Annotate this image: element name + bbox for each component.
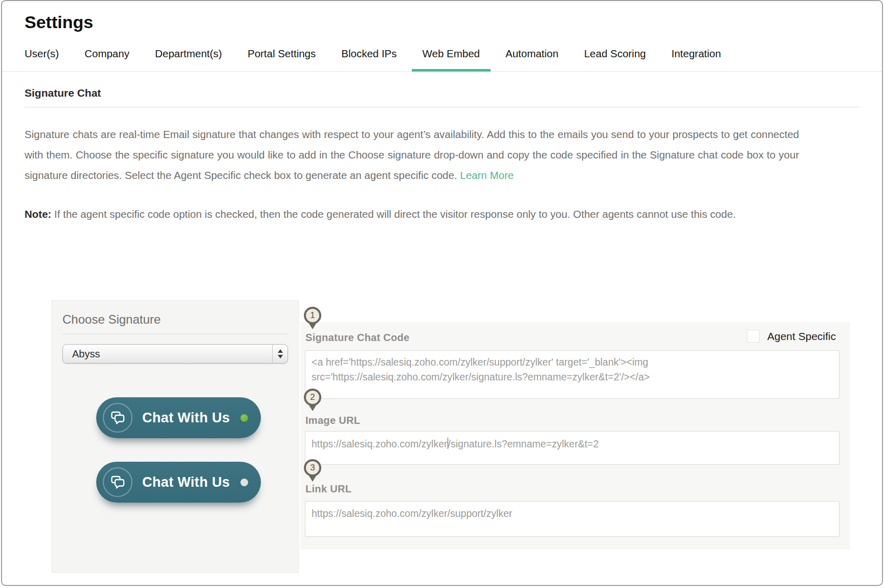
tab-portal-settings[interactable]: Portal Settings [248,47,316,71]
link-url-label: Link URL [305,483,351,495]
arrow-up-icon [278,349,283,353]
tab-users[interactable]: User(s) [25,47,59,71]
tab-departments[interactable]: Department(s) [155,47,222,71]
tab-blocked-ips[interactable]: Blocked IPs [341,47,396,71]
panel-divider [62,334,288,334]
description-text: Signature chats are real-time Email sign… [25,124,799,186]
chat-bubbles-icon [103,403,132,433]
image-url-value-pre: https://salesiq.zoho.com/zylker [312,438,448,449]
tab-lead-scoring[interactable]: Lead Scoring [584,47,646,71]
chat-button-label: Chat With Us [142,474,230,490]
image-url-input[interactable]: https://salesiq.zoho.com/zylker/signatur… [305,431,839,465]
step-marker-2: 2 [303,389,322,411]
online-status-dot [240,414,248,422]
chat-button-preview-online: Chat With Us [96,397,261,438]
chat-button-label: Chat With Us [142,410,230,426]
signature-chat-code-label: Signature Chat Code [305,332,410,344]
tab-integration[interactable]: Integration [671,47,721,71]
tab-automation[interactable]: Automation [505,47,559,71]
description-body: Signature chats are real-time Email sign… [25,128,799,181]
select-stepper-icon [272,345,288,363]
step-number: 3 [304,459,321,477]
note-body: If the agent specific code option is che… [54,208,736,220]
pin-tip [308,323,317,329]
agent-specific-label: Agent Specific [767,330,836,343]
offline-status-dot [240,479,248,486]
signature-chat-code-textarea[interactable]: <a href='https://salesiq.zoho.com/zylker… [305,350,839,399]
step-number: 1 [304,307,321,324]
arrow-down-icon [278,355,283,358]
signature-select[interactable]: Abyss [62,344,288,364]
note-label: Note: [25,208,51,220]
tab-web-embed[interactable]: Web Embed [423,47,480,71]
choose-signature-title: Choose Signature [62,312,288,327]
pin-tip [308,404,317,411]
pin-tip [308,475,317,482]
image-url-value-post: /signature.ls?emname=zylker&t=2 [448,438,599,449]
tab-bar: User(s) Company Department(s) Portal Set… [2,33,882,72]
tab-company[interactable]: Company [84,47,129,71]
image-url-label: Image URL [305,415,360,426]
link-url-input[interactable]: https://salesiq.zoho.com/zylker/support/… [305,501,839,537]
step-number: 2 [304,389,321,406]
chat-bubbles-icon [103,467,132,497]
agent-specific-checkbox[interactable] [747,330,760,343]
agent-specific-row: Agent Specific [747,330,836,343]
learn-more-link[interactable]: Learn More [460,169,514,181]
note-text: Note: If the agent specific code option … [25,204,799,224]
signature-code-panel: Signature Chat Code Agent Specific <a hr… [300,322,850,550]
signature-select-value: Abyss [63,348,272,360]
section-title: Signature Chat [25,87,859,107]
choose-signature-panel: Choose Signature Abyss Chat With Us [52,300,299,573]
settings-window: Settings User(s) Company Department(s) P… [1,0,883,586]
step-marker-3: 3 [303,459,322,482]
page-title: Settings [25,11,882,33]
chat-button-preview-offline: Chat With Us [96,462,261,503]
step-marker-1: 1 [303,307,322,329]
